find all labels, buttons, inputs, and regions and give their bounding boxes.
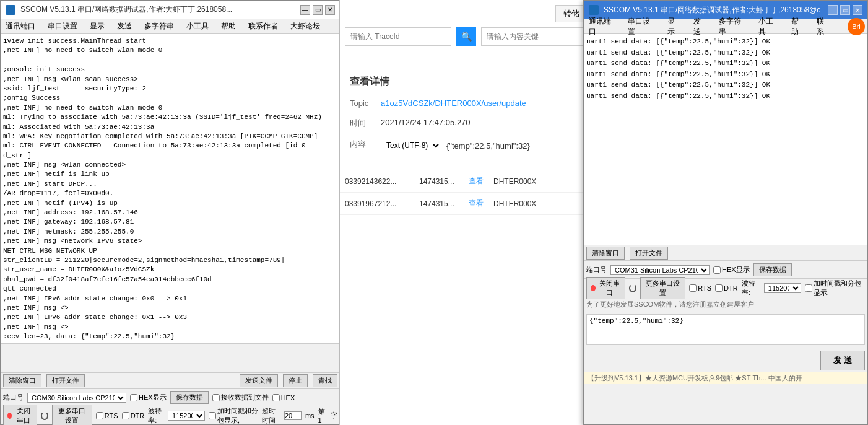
output-line: ml: Trying to associate with 5a:73:ae:42… (3, 113, 337, 122)
page-label: 第 1 (318, 407, 327, 424)
row1-view-link[interactable]: 查看 (469, 177, 484, 185)
ms-label: ms (305, 412, 315, 419)
restore-button[interactable]: ▭ (313, 5, 323, 15)
add-time-label: 加时间戳和分包显示, 超时时间 (209, 406, 280, 425)
stop-button[interactable]: 停止 (283, 374, 308, 387)
menu-multistring[interactable]: 多字符串 (142, 20, 176, 33)
menu-tools[interactable]: 小工具 (184, 20, 211, 33)
encoding-select[interactable]: Text (UTF-8) (381, 139, 441, 152)
menu-forum[interactable]: 大虾论坛 (288, 20, 323, 33)
menu-display[interactable]: 显示 (87, 20, 107, 33)
traceid-search-button[interactable]: 🔍 (456, 27, 476, 46)
output-line: d_str=] (3, 151, 337, 160)
row1-action: 查看 (469, 176, 493, 186)
right-send-button[interactable]: 发 送 (820, 351, 865, 370)
right-close-port-button[interactable]: 关闭串口 (586, 277, 625, 299)
menu-comm-port[interactable]: 通讯端口 (3, 20, 38, 33)
right-output-line: uart1 send data: [{"temp":22.5,"humi":32… (586, 91, 865, 102)
port-select[interactable]: COM30 Silicon Labs CP210x (27, 393, 126, 403)
more-port-button[interactable]: 更多串口设置 (52, 405, 92, 426)
right-output-line: uart1 send data: [{"temp":22.5,"humi":32… (586, 48, 865, 59)
traceid-input[interactable] (345, 27, 451, 46)
table-row: 03392143622... 1474315... 查看 DHTER000X (340, 170, 592, 193)
output-line: :ecv len=23, data: {"temp":22.5,"humi":3… (3, 342, 337, 344)
menu-contact[interactable]: 联系作者 (246, 20, 280, 33)
topic-value: a1oz5VdCSZk/DHTER000X/user/update (381, 99, 583, 108)
right-app-icon (589, 5, 599, 15)
right-add-time-checkbox[interactable] (805, 284, 812, 292)
hex-display-checkbox[interactable] (130, 394, 137, 401)
right-menu-display[interactable]: 显示 (665, 15, 684, 38)
recv-file-checkbox[interactable] (212, 394, 220, 401)
right-output-line: uart1 send data: [{"temp":22.5,"humi":32… (586, 58, 865, 69)
output-line: ,net INF] address: 192.168.57.146 (3, 208, 337, 217)
right-menu-contact[interactable]: 联系 (814, 15, 833, 38)
right-dtr-label: DTR (715, 284, 738, 292)
right-clear-window-button[interactable]: 清除窗口 (586, 247, 625, 260)
right-restore-button[interactable]: ▭ (840, 5, 850, 15)
right-port-select[interactable]: COM31 Silicon Labs CP210x (610, 265, 710, 275)
output-line: ,net INF] netif (IPv4) is up (3, 199, 337, 208)
find-button[interactable]: 青找 (313, 374, 337, 387)
hex-send-label: HEX (272, 394, 295, 401)
right-menu-multistring[interactable]: 多字符串 (716, 15, 748, 38)
add-time-checkbox[interactable] (209, 412, 216, 419)
output-line: ml: Associated with 5a:73:ae:42:13:3a (3, 123, 337, 132)
send-file-button[interactable]: 发送文件 (240, 374, 278, 387)
close-port-button[interactable]: 关闭串口 (3, 405, 37, 426)
rts-checkbox[interactable] (96, 412, 103, 419)
right-output-area: uart1 send data: [{"temp":22.5,"humi":32… (584, 34, 867, 245)
right-minimize-button[interactable]: — (828, 5, 838, 15)
hex-send-checkbox[interactable] (272, 394, 280, 401)
main-output-area: iview init success.MainThread start ,net… (1, 34, 340, 344)
right-close-button[interactable]: ✕ (853, 5, 862, 15)
menu-send[interactable]: 发送 (115, 20, 134, 33)
right-menu-send[interactable]: 发送 (691, 15, 710, 38)
hex-display-label: HEX显示 (130, 393, 167, 402)
right-open-file-button[interactable]: 打开文件 (630, 247, 668, 260)
minimize-button[interactable]: — (300, 5, 310, 15)
content-input[interactable] (481, 27, 588, 46)
right-hex-display-checkbox[interactable] (713, 266, 721, 274)
right-refresh-icon[interactable] (629, 284, 636, 292)
menu-help[interactable]: 帮助 (219, 20, 238, 33)
output-line: ,net INF] no need to switch wlan mode 0 (3, 46, 337, 55)
main-app-icon (6, 5, 15, 15)
right-dtr-checkbox[interactable] (715, 284, 723, 292)
overtime-input[interactable] (284, 411, 302, 420)
right-promo-text: 为了更好地发展SSCOM软件，请您注册嘉立创建屋客户 (584, 297, 867, 312)
output-line (3, 56, 337, 65)
content-value: {"temp":22.5,"humi":32} (446, 141, 530, 151)
output-line: ,net INF] netmask: 255.255.255.0 (3, 227, 337, 237)
menu-serial-settings[interactable]: 串口设置 (45, 20, 80, 33)
output-line: ,net INF] msg <> (3, 323, 337, 332)
right-output-line: uart1 send data: [{"temp":22.5,"humi":32… (586, 80, 865, 91)
right-menu-comm-port[interactable]: 通讯端口 (586, 15, 618, 38)
rts-label: RTS (96, 412, 118, 419)
main-sscom-window: SSCOM V5.13.1 串口/网络数据调试器,作者:大虾丁丁,2618058… (0, 0, 341, 425)
main-menu-bar: 通讯端口 串口设置 显示 发送 多字符串 小工具 帮助 联系作者 大虾论坛 (1, 19, 340, 34)
right-menu-tools[interactable]: 小工具 (756, 15, 781, 38)
right-baud-select[interactable]: 115200 (764, 283, 801, 293)
refresh-icon[interactable] (41, 411, 48, 420)
output-line: ,net INF] IPv6 addr state change: 0x0 --… (3, 294, 337, 304)
baud-select[interactable]: 115200 (168, 411, 205, 421)
row1-device: DHTER000X (493, 177, 543, 186)
right-rts-checkbox[interactable] (689, 284, 697, 292)
row2-view-link[interactable]: 查看 (469, 199, 484, 208)
close-button[interactable]: ✕ (325, 5, 335, 15)
right-menu-help[interactable]: 帮助 (789, 15, 807, 38)
top-section: 转储 🔍 (340, 0, 592, 68)
right-more-port-button[interactable]: 更多串口设置 (640, 277, 685, 299)
clear-window-button[interactable]: 清除窗口 (3, 374, 41, 387)
dtr-checkbox[interactable] (122, 412, 129, 419)
right-save-data-button[interactable]: 保存数据 (753, 263, 792, 276)
main-title-text: SSCOM V5.13.1 串口/网络数据调试器,作者:大虾丁丁,2618058… (20, 4, 295, 15)
open-file-button[interactable]: 打开文件 (46, 374, 85, 387)
main-bottom-bar: 清除窗口 打开文件 发送文件 停止 青找 (1, 372, 340, 388)
output-line: ,net INF] IPv6 addr state change: 0x1 --… (3, 313, 337, 322)
output-line: ,net INF] msg <> (3, 304, 337, 313)
save-data-button[interactable]: 保存数据 (170, 391, 209, 404)
right-menu-serial-settings[interactable]: 串口设置 (625, 15, 657, 38)
output-line: ml: WPA: Key negotiation completed with … (3, 132, 337, 141)
